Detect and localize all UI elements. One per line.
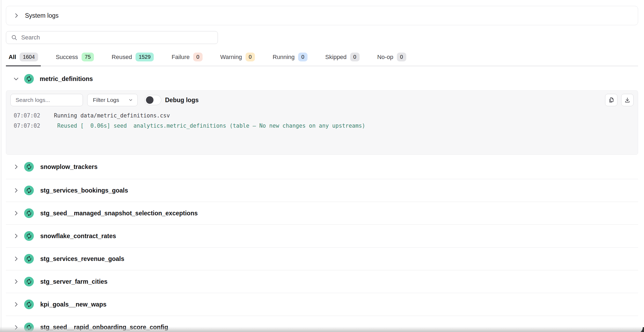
sync-icon: [24, 254, 34, 264]
count-badge: 1604: [20, 53, 38, 61]
sync-icon: [24, 74, 34, 84]
model-row-stg_services_revenue_goals[interactable]: stg_services_revenue_goals: [6, 248, 638, 270]
chevron-right-icon: [13, 210, 19, 216]
model-row-stg_seed__managed_snapshot_selection_exceptions[interactable]: stg_seed__managed_snapshot_selection_exc…: [6, 202, 638, 225]
run-results-page: System logs All 1604 Success 75 Reused 1…: [0, 0, 644, 332]
tab-all[interactable]: All 1604: [6, 51, 41, 66]
chevron-right-icon: [13, 256, 19, 262]
model-row-stg_seed__rapid_onboarding_score_config[interactable]: stg_seed__rapid_onboarding_score_config: [6, 316, 638, 332]
chevron-down-icon: [13, 76, 19, 82]
sync-icon: [24, 323, 34, 332]
chevron-right-icon: [13, 12, 20, 19]
tab-skipped[interactable]: Skipped 0: [323, 51, 362, 66]
tab-success[interactable]: Success 75: [53, 51, 97, 66]
count-badge: 0: [298, 53, 308, 61]
count-badge: 0: [246, 53, 255, 61]
model-name: stg_services_bookings_goals: [40, 187, 128, 194]
model-name: snowplow_trackers: [40, 163, 97, 171]
tab-reused[interactable]: Reused 1529: [109, 51, 156, 66]
log-line: 07:07:02 Reused [ 0.06s] seed analytics.…: [14, 121, 634, 131]
sync-icon: [24, 231, 34, 241]
search-box: [6, 31, 218, 44]
search-logs-input[interactable]: [10, 94, 83, 106]
model-row-metric_definitions[interactable]: metric_definitions: [6, 72, 638, 86]
model-row-snowplow_trackers[interactable]: snowplow_trackers: [6, 155, 638, 179]
panel-left-divider: [1, 0, 1, 332]
debug-logs-toggle[interactable]: [145, 95, 161, 105]
log-toolbar: Filter Logs Debug logs: [10, 94, 634, 106]
log-message: Running data/metric_definitions.csv: [54, 110, 170, 121]
chevron-right-icon: [13, 278, 19, 285]
log-timestamp: 07:07:02: [14, 121, 54, 131]
tab-running[interactable]: Running 0: [270, 51, 310, 66]
search-input[interactable]: [21, 34, 213, 41]
model-name: snowflake_contract_rates: [40, 233, 116, 240]
status-tabs: All 1604 Success 75 Reused 1529 Failure …: [6, 51, 638, 66]
chevron-down-icon: [128, 98, 133, 102]
chevron-right-icon: [13, 187, 19, 194]
tab-no-op[interactable]: No-op 0: [375, 51, 409, 66]
tab-failure[interactable]: Failure 0: [169, 51, 205, 66]
system-logs-label: System logs: [25, 12, 58, 19]
sync-icon: [24, 162, 34, 172]
model-name: kpi_goals__new_waps: [40, 301, 107, 308]
sync-icon: [24, 186, 34, 195]
sync-icon: [24, 208, 34, 218]
count-badge: 1529: [136, 53, 154, 61]
debug-logs-label: Debug logs: [165, 97, 199, 104]
count-badge: 0: [193, 53, 203, 61]
log-message: Reused [ 0.06s] seed analytics.metric_de…: [54, 121, 365, 131]
chevron-right-icon: [13, 324, 19, 331]
chevron-right-icon: [13, 164, 19, 170]
model-name: stg_services_revenue_goals: [40, 255, 124, 263]
sync-icon: [24, 277, 34, 286]
log-timestamp: 07:07:02: [14, 110, 54, 121]
system-logs-row[interactable]: System logs: [6, 6, 638, 25]
model-name: metric_definitions: [40, 75, 93, 83]
filter-logs-dropdown[interactable]: Filter Logs: [87, 94, 138, 106]
log-line: 07:07:02 Running data/metric_definitions…: [14, 110, 634, 121]
copy-icon: [608, 97, 614, 103]
tab-warning[interactable]: Warning 0: [218, 51, 258, 66]
search-icon: [11, 34, 17, 41]
chevron-right-icon: [13, 233, 19, 239]
toggle-knob: [146, 96, 153, 104]
copy-logs-button[interactable]: [605, 94, 617, 106]
count-badge: 0: [350, 53, 360, 61]
model-row-stg_server_farm_cities[interactable]: stg_server_farm_cities: [6, 270, 638, 293]
chevron-right-icon: [13, 301, 19, 308]
main-content: System logs All 1604 Success 75 Reused 1…: [6, 0, 638, 332]
count-badge: 0: [397, 53, 406, 61]
model-name: stg_seed__managed_snapshot_selection_exc…: [40, 210, 198, 217]
model-name: stg_seed__rapid_onboarding_score_config: [40, 324, 168, 331]
model-name: stg_server_farm_cities: [40, 278, 108, 285]
sync-icon: [24, 300, 34, 309]
model-row-stg_services_bookings_goals[interactable]: stg_services_bookings_goals: [6, 179, 638, 202]
count-badge: 75: [82, 53, 94, 61]
model-row-kpi_goals__new_waps[interactable]: kpi_goals__new_waps: [6, 293, 638, 316]
download-logs-button[interactable]: [621, 94, 634, 106]
model-row-snowflake_contract_rates[interactable]: snowflake_contract_rates: [6, 225, 638, 248]
model-list: snowplow_trackers stg_services_bookings_…: [6, 155, 638, 332]
log-output: 07:07:02 Running data/metric_definitions…: [10, 110, 634, 131]
download-icon: [624, 97, 631, 103]
log-panel: Filter Logs Debug logs: [6, 90, 638, 155]
